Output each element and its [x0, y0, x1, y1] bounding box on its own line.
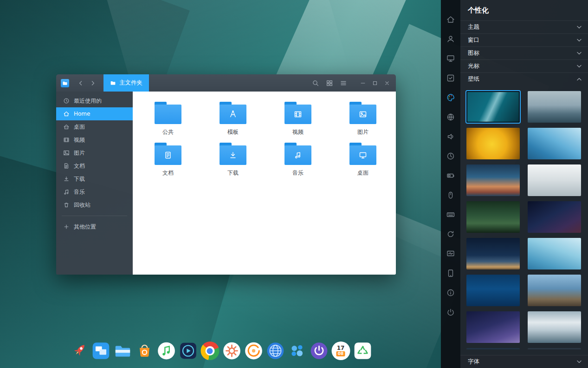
section-cursor[interactable]: 光标 — [460, 59, 588, 72]
wallpaper-thumb[interactable] — [466, 311, 520, 343]
forward-button[interactable] — [87, 77, 99, 89]
nav-keyboard-icon[interactable] — [446, 210, 455, 219]
tab-home-folder[interactable]: 主文件夹 — [103, 74, 149, 92]
folder-icon — [220, 102, 246, 124]
wallpaper-thumb[interactable] — [528, 348, 581, 349]
dock-cloud-sync[interactable] — [287, 341, 307, 361]
maximize-button[interactable] — [369, 76, 381, 90]
file-manager-content[interactable]: 公共 模板 视频 — [133, 92, 396, 275]
nav-display-icon[interactable] — [446, 54, 455, 63]
nav-sound-icon[interactable] — [446, 132, 455, 141]
sidebar-item-videos[interactable]: 视频 — [56, 133, 133, 146]
dock-trash[interactable] — [352, 341, 373, 361]
folder-downloads[interactable]: 下载 — [200, 143, 265, 177]
sidebar-item-label: 音乐 — [74, 188, 85, 196]
dock-system-monitor[interactable] — [243, 341, 264, 361]
sidebar-item-recent[interactable]: 最近使用的 — [56, 94, 133, 107]
back-button[interactable] — [75, 77, 87, 89]
nav-system-info-icon[interactable] — [446, 288, 455, 297]
wallpaper-thumb[interactable] — [528, 201, 581, 233]
folder-videos[interactable]: 视频 — [265, 102, 330, 136]
dock-browser[interactable] — [265, 341, 285, 361]
dock-shutdown[interactable] — [309, 341, 329, 361]
dock-chrome[interactable] — [200, 341, 220, 361]
folder-label: 视频 — [292, 128, 304, 136]
folder-documents[interactable]: 文档 — [136, 143, 200, 177]
wallpaper-thumb[interactable] — [466, 128, 520, 159]
wallpaper-thumb-selected[interactable] — [466, 91, 520, 123]
folder-label: 下载 — [227, 169, 239, 177]
folder-desktop[interactable]: 桌面 — [330, 143, 395, 177]
view-mode-icon[interactable] — [323, 76, 336, 90]
minimize-button[interactable] — [357, 76, 369, 90]
sidebar-item-other-locations[interactable]: 其他位置 — [56, 220, 133, 233]
sidebar-item-desktop[interactable]: 桌面 — [56, 120, 133, 133]
wallpaper-thumb[interactable] — [528, 311, 581, 343]
folder-templates[interactable]: 模板 — [200, 102, 265, 136]
titlebar[interactable]: 主文件夹 — [56, 74, 396, 92]
dock-movie[interactable] — [178, 341, 198, 361]
file-manager-sidebar: 最近使用的 Home 桌面 视频 图片 文档 — [56, 92, 133, 275]
dock-control-center[interactable] — [221, 341, 242, 361]
folder-label: 文档 — [162, 169, 174, 177]
trash-icon — [63, 202, 70, 208]
folder-music[interactable]: 音乐 — [265, 143, 330, 177]
section-icon[interactable]: 图标 — [460, 46, 588, 59]
wallpaper-thumb[interactable] — [528, 238, 581, 269]
sidebar-item-trash[interactable]: 回收站 — [56, 198, 133, 211]
section-font[interactable]: 字体 — [460, 355, 588, 368]
file-manager-app-icon — [61, 79, 69, 87]
nav-devices-icon[interactable] — [446, 269, 455, 278]
nav-personalization-icon[interactable] — [446, 93, 455, 102]
wallpaper-thumb[interactable] — [466, 348, 520, 349]
wallpaper-thumb[interactable] — [466, 201, 520, 233]
wallpaper-thumb[interactable] — [466, 238, 520, 269]
nav-mouse-icon[interactable] — [446, 191, 455, 200]
nav-shutdown-icon[interactable] — [446, 308, 455, 317]
folder-label: 图片 — [357, 128, 368, 136]
dock-app-store[interactable] — [134, 341, 155, 361]
wallpaper-thumb[interactable] — [528, 275, 581, 306]
section-window[interactable]: 窗口 — [460, 33, 588, 46]
dock-launcher[interactable] — [69, 341, 89, 361]
nav-default-apps-icon[interactable] — [446, 73, 455, 83]
monitor-glyph-icon — [358, 151, 368, 160]
wallpaper-thumb[interactable] — [528, 164, 581, 196]
sidebar-item-downloads[interactable]: 下载 — [56, 172, 133, 185]
image-viewer-icon — [91, 341, 110, 361]
chevron-down-icon — [577, 360, 582, 363]
wallpaper-thumb[interactable] — [528, 91, 581, 123]
sidebar-item-documents[interactable]: 文档 — [56, 159, 133, 172]
sidebar-item-label: 桌面 — [74, 123, 85, 131]
dock-file-manager[interactable] — [112, 341, 133, 361]
dock-clock[interactable]: 17 08 — [330, 341, 351, 361]
wallpaper-thumb[interactable] — [528, 128, 581, 159]
section-label: 窗口 — [468, 36, 479, 44]
menu-icon[interactable] — [336, 76, 350, 90]
dock-image-viewer[interactable] — [90, 341, 111, 361]
folder-pictures[interactable]: 图片 — [330, 102, 395, 136]
rocket-icon — [69, 341, 89, 361]
nav-network-icon[interactable] — [446, 112, 455, 122]
search-icon[interactable] — [309, 76, 323, 90]
folder-icon — [284, 102, 311, 124]
nav-datetime-icon[interactable] — [446, 151, 455, 161]
sidebar-item-home[interactable]: Home — [56, 107, 133, 120]
nav-system-monitor-icon[interactable] — [446, 249, 455, 258]
nav-power-management-icon[interactable] — [446, 171, 455, 180]
template-glyph-icon — [228, 110, 238, 119]
nav-home-icon[interactable] — [446, 15, 455, 24]
movie-icon — [178, 341, 198, 361]
close-button[interactable] — [381, 76, 393, 90]
sidebar-item-music[interactable]: 音乐 — [56, 185, 133, 198]
section-wallpaper[interactable]: 壁纸 — [460, 72, 588, 85]
sidebar-item-pictures[interactable]: 图片 — [56, 146, 133, 159]
recycle-icon — [353, 341, 372, 361]
wallpaper-thumb[interactable] — [466, 275, 520, 306]
section-theme[interactable]: 主题 — [460, 20, 588, 33]
nav-accounts-icon[interactable] — [446, 34, 455, 44]
wallpaper-thumb[interactable] — [466, 164, 520, 196]
nav-updates-icon[interactable] — [446, 230, 455, 239]
folder-public[interactable]: 公共 — [136, 102, 200, 136]
dock-music[interactable] — [156, 341, 176, 361]
